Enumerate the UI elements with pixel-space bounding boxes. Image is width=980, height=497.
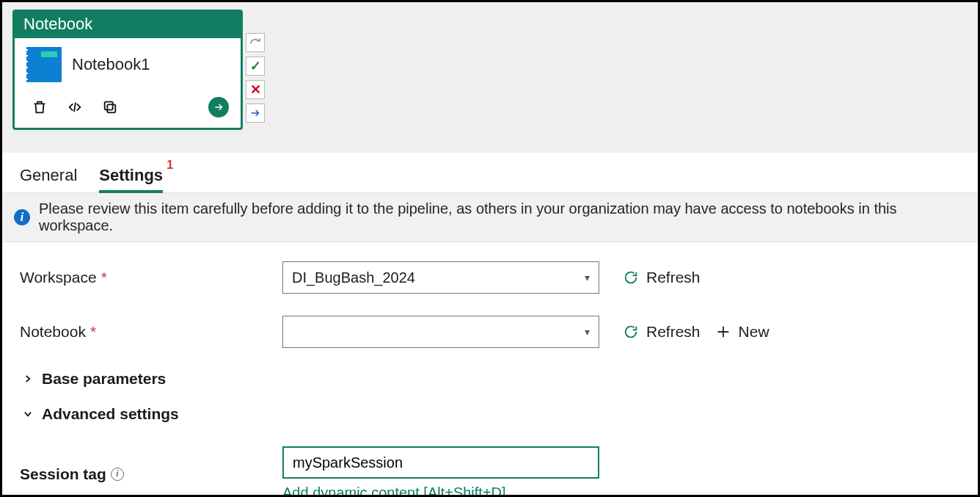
check-icon[interactable]: ✓ [246,57,265,76]
notebook-refresh-button[interactable]: Refresh [618,320,705,344]
base-parameters-label: Base parameters [42,370,166,388]
notebook-new-label: New [739,323,769,341]
info-icon: i [14,209,30,225]
copy-icon[interactable] [101,98,119,116]
pipeline-canvas: Notebook Notebook1 ✓ ✕ [2,2,978,153]
session-tag-row: Session tag i Add dynamic content [Alt+S… [20,446,978,497]
session-tag-label: Session tag i [20,465,282,483]
notebook-refresh-label: Refresh [646,323,701,341]
workspace-select-value: DI_BugBash_2024 [292,269,415,286]
notebook-select[interactable]: ▾ [282,316,599,348]
svg-rect-1 [105,102,113,110]
base-parameters-expander[interactable]: Base parameters [23,370,978,388]
workspace-refresh-label: Refresh [646,269,701,286]
chevron-down-icon [23,405,34,423]
trash-icon[interactable] [31,98,48,116]
activity-name: Notebook1 [72,55,150,74]
activity-side-toolbar: ✓ ✕ [246,33,265,123]
workspace-label: Workspace* [20,269,282,286]
workspace-row: Workspace* DI_BugBash_2024 ▾ Refresh [20,261,978,294]
svg-rect-0 [107,104,115,112]
add-dynamic-content-link[interactable]: Add dynamic content [Alt+Shift+D] [282,485,599,497]
properties-panel: General Settings 1 i Please review this … [2,153,978,497]
run-arrow-button[interactable] [208,97,229,117]
workspace-refresh-button[interactable]: Refresh [618,266,705,289]
notebook-new-button[interactable]: New [711,320,774,344]
advanced-settings-label: Advanced settings [42,405,179,423]
info-icon[interactable]: i [111,468,124,481]
chevron-right-icon [23,370,34,388]
x-icon[interactable]: ✕ [246,80,265,99]
notebook-row: Notebook* ▾ Refresh New [20,316,978,348]
code-icon[interactable] [66,98,84,116]
tab-settings-badge: 1 [167,159,173,172]
advanced-settings-expander[interactable]: Advanced settings [23,405,978,423]
tab-general[interactable]: General [20,166,77,192]
tab-settings[interactable]: Settings 1 [99,166,163,192]
notebook-icon [26,47,62,82]
notebook-label: Notebook* [20,323,282,341]
notebook-activity-card[interactable]: Notebook Notebook1 [12,10,243,130]
arrow-right-icon[interactable] [246,104,265,123]
properties-tabs: General Settings 1 [2,153,978,193]
chevron-down-icon: ▾ [585,272,590,283]
redo-icon[interactable] [246,33,265,52]
activity-type-label: Notebook [15,12,241,38]
info-bar: i Please review this item carefully befo… [2,193,978,242]
session-tag-input[interactable] [282,446,599,479]
tab-settings-label: Settings [99,166,163,184]
chevron-down-icon: ▾ [585,326,590,338]
info-bar-text: Please review this item carefully before… [39,200,966,234]
workspace-select[interactable]: DI_BugBash_2024 ▾ [282,261,599,294]
